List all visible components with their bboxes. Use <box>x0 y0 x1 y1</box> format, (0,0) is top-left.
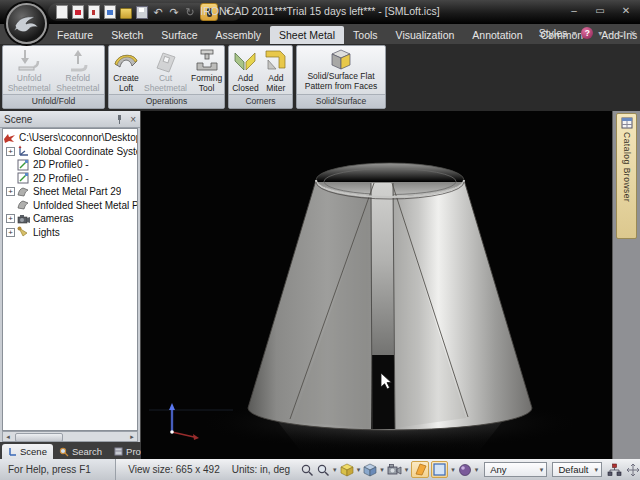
scene-panel-close-icon[interactable]: × <box>130 114 136 125</box>
zoom-caret-icon[interactable]: ▾ <box>333 466 337 474</box>
catalog-browser-label: Catalog Browser <box>622 132 632 202</box>
view-cube-icon[interactable] <box>363 463 377 477</box>
flat-pattern-from-faces-button[interactable]: Solid/Surface FlatPattern from Faces <box>303 47 379 94</box>
group-label-corners: Corners <box>229 94 292 108</box>
styles-caret-icon[interactable]: ▾ <box>572 29 576 38</box>
camera-view-icon[interactable] <box>387 463 402 476</box>
viewport-3d[interactable] <box>141 111 612 459</box>
group-operations: CreateLoft CutSheetmetal FormingTool Ope… <box>108 45 225 109</box>
tab-sheet-metal[interactable]: Sheet Metal <box>270 26 344 44</box>
tab-annotation[interactable]: Annotation <box>463 26 531 44</box>
group-label-unfold-fold: Unfold/Fold <box>3 94 104 108</box>
tree-row-lights[interactable]: + Lights <box>3 226 137 240</box>
pin-icon[interactable] <box>115 114 124 124</box>
add-miter-button[interactable]: AddMiter <box>261 47 291 94</box>
scrollbar-thumb[interactable] <box>15 433 63 442</box>
ironcad-eagle-icon <box>11 9 41 39</box>
help-caret-icon[interactable]: ▾ <box>598 29 602 38</box>
doc-close-icon[interactable]: ✕ <box>629 29 636 38</box>
expand-icon[interactable]: + <box>6 187 15 196</box>
tab-assembly[interactable]: Assembly <box>206 26 270 44</box>
catalog-icon <box>621 117 633 129</box>
selection-box-icon[interactable] <box>431 461 448 478</box>
group-label-solid-surface: Solid/Surface <box>297 94 385 108</box>
facet-smoothing-icon[interactable] <box>411 461 429 478</box>
tree-row-scene-file[interactable]: C:\Users\coconnor\Desktop\2 <box>3 131 137 145</box>
group-corners: AddClosed AddMiter Corners <box>228 45 293 109</box>
tree-row-cameras[interactable]: + Cameras <box>3 212 137 226</box>
tree-row-2d-profile-1[interactable]: 2D Profile0 - <box>3 158 137 172</box>
create-loft-button[interactable]: CreateLoft <box>110 47 142 94</box>
ribbon-right-controls: Styles ▾ ? ▾ – ▭ ✕ <box>539 27 636 39</box>
scene-tree-hscrollbar[interactable]: ◂ ▸ <box>2 431 138 442</box>
status-bar: For Help, press F1 View size: 665 x 492 … <box>0 459 640 480</box>
tree-row-global-coordinate-system[interactable]: + Global Coordinate System <box>3 145 137 159</box>
add-miter-icon <box>263 48 289 74</box>
restore-button[interactable]: ▭ <box>592 4 608 17</box>
styles-button[interactable]: Styles <box>539 27 568 39</box>
tab-feature[interactable]: Feature <box>48 26 102 44</box>
filter-caret-icon: ▾ <box>540 466 544 474</box>
view-cube-caret-icon[interactable]: ▾ <box>380 466 384 474</box>
close-button[interactable]: ✕ <box>618 4 634 17</box>
minimize-button[interactable]: – <box>566 4 582 17</box>
selection-filter-dropdown[interactable]: Any▾ <box>484 462 547 477</box>
scene-panel: Scene × C:\Users\coconnor\Desktop\2 + Gl… <box>0 111 141 459</box>
sketch-icon <box>17 172 30 184</box>
doc-restore-icon[interactable]: ▭ <box>617 29 625 38</box>
ribbon-content: UnfoldSheetmetal RefoldSheetmetal Unfold… <box>0 44 640 111</box>
flat-pattern-icon <box>328 48 354 72</box>
zoom-window-icon[interactable] <box>300 463 314 477</box>
tab-sketch[interactable]: Sketch <box>102 26 152 44</box>
slit-gap <box>371 355 395 429</box>
zoom-mode-icon[interactable] <box>316 463 330 477</box>
tree-row-2d-profile-2[interactable]: 2D Profile0 - <box>3 172 137 186</box>
forming-tool-button[interactable]: FormingTool <box>189 47 224 94</box>
scroll-left-icon[interactable]: ◂ <box>3 433 13 441</box>
config-tree-icon[interactable] <box>607 463 622 477</box>
window-title: IRONCAD 2011***Trial 15 days left*** - [… <box>0 5 640 17</box>
main-area: Scene × C:\Users\coconnor\Desktop\2 + Gl… <box>0 111 640 459</box>
render-style-icon[interactable] <box>340 463 354 477</box>
expand-icon[interactable]: + <box>6 214 15 223</box>
tree-row-unfolded-sheet-metal-part[interactable]: Unfolded Sheet Metal Part <box>3 199 137 213</box>
scene-panel-tabs: Scene Search Prope... <box>0 442 141 459</box>
tab-search[interactable]: Search <box>53 444 108 459</box>
light-icon <box>17 226 30 238</box>
units-text: Units: in, deg <box>232 464 290 475</box>
material-caret-icon[interactable]: ▾ <box>475 466 479 474</box>
cut-sheetmetal-button[interactable]: CutSheetmetal <box>142 47 189 94</box>
title-bar: ↶ ↷ ↻ ▾ IRONCAD 2011***Trial 15 days lef… <box>0 0 640 24</box>
refold-sheetmetal-button[interactable]: RefoldSheetmetal <box>54 47 101 94</box>
window-controls: – ▭ ✕ <box>566 4 634 17</box>
camera-caret-icon[interactable]: ▾ <box>405 466 409 474</box>
material-ball-icon[interactable] <box>458 463 472 477</box>
scroll-right-icon[interactable]: ▸ <box>127 433 137 441</box>
doc-minimize-icon[interactable]: – <box>607 29 611 38</box>
tab-surface[interactable]: Surface <box>152 26 206 44</box>
create-loft-icon <box>112 48 140 74</box>
tab-scene[interactable]: Scene <box>2 444 53 459</box>
scene-panel-header: Scene × <box>0 111 140 128</box>
render-style-caret-icon[interactable]: ▾ <box>357 466 361 474</box>
help-icon[interactable]: ? <box>581 27 593 39</box>
selection-caret-icon[interactable]: ▾ <box>451 466 455 474</box>
group-label-operations: Operations <box>109 94 224 108</box>
catalog-browser-tab[interactable]: Catalog Browser <box>616 113 637 239</box>
tab-tools[interactable]: Tools <box>344 26 387 44</box>
app-logo[interactable] <box>6 3 47 44</box>
expand-icon[interactable]: + <box>6 228 15 237</box>
model-3d[interactable] <box>141 111 612 459</box>
ribbon-tab-row: Feature Sketch Surface Assembly Sheet Me… <box>0 24 640 44</box>
configuration-dropdown[interactable]: Default▾ <box>552 462 602 477</box>
resize-grip-icon[interactable] <box>626 463 640 477</box>
tab-visualization[interactable]: Visualization <box>387 26 464 44</box>
group-unfold-fold: UnfoldSheetmetal RefoldSheetmetal Unfold… <box>2 45 105 109</box>
expand-icon[interactable]: + <box>6 147 15 156</box>
ironcad-window: ↶ ↷ ↻ ▾ IRONCAD 2011***Trial 15 days lef… <box>0 0 640 480</box>
add-closed-button[interactable]: AddClosed <box>230 47 260 94</box>
sketch-icon <box>17 159 30 171</box>
tree-row-sheet-metal-part[interactable]: + Sheet Metal Part 29 <box>3 185 137 199</box>
unfold-sheetmetal-button[interactable]: UnfoldSheetmetal <box>6 47 53 94</box>
coordinate-system-icon <box>17 145 30 157</box>
